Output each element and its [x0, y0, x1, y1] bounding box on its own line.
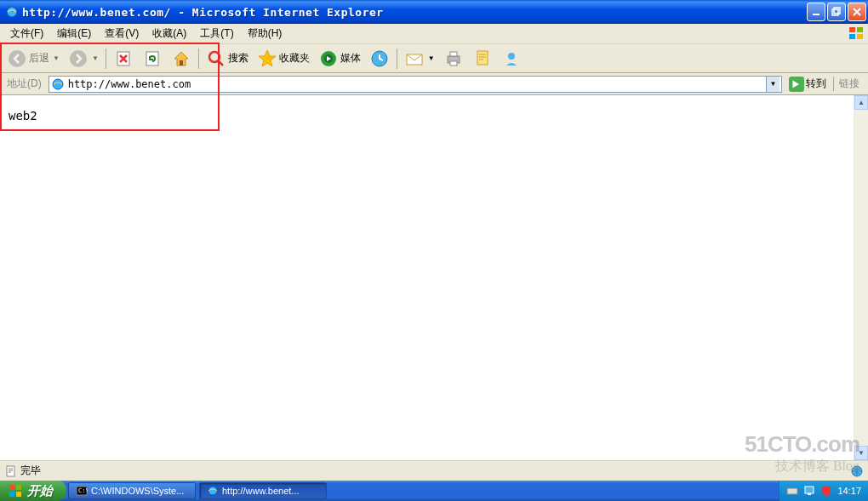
menu-tools[interactable]: 工具(T): [193, 25, 240, 43]
svg-rect-29: [16, 492, 21, 497]
star-icon: [257, 48, 277, 69]
history-icon: [369, 48, 390, 69]
menu-view[interactable]: 查看(V): [98, 25, 146, 43]
go-button[interactable]: 转到: [785, 77, 830, 92]
media-label: 媒体: [340, 51, 361, 65]
search-icon: [206, 48, 226, 69]
minimize-button[interactable]: [807, 3, 825, 21]
print-icon: [443, 48, 464, 69]
svg-rect-4: [849, 27, 855, 32]
svg-rect-12: [180, 60, 183, 65]
vertical-scrollbar[interactable]: ▲ ▼: [854, 95, 868, 460]
ie-small-icon: [51, 77, 65, 91]
tray-security-icon[interactable]: [820, 485, 832, 497]
svg-rect-34: [805, 487, 814, 493]
tray-keyboard-icon[interactable]: [786, 485, 798, 497]
links-label[interactable]: 链接: [833, 77, 865, 91]
svg-rect-6: [849, 34, 855, 39]
svg-point-8: [9, 50, 26, 67]
print-button[interactable]: [440, 47, 467, 71]
maximize-button[interactable]: [827, 3, 846, 21]
svg-rect-7: [857, 34, 863, 39]
address-label: 地址(D): [3, 77, 45, 91]
stop-icon: [113, 48, 134, 69]
start-label: 开始: [27, 483, 53, 499]
svg-rect-21: [477, 51, 488, 65]
svg-rect-28: [9, 492, 14, 497]
svg-rect-24: [7, 466, 14, 476]
menu-help[interactable]: 帮助(H): [241, 25, 289, 43]
go-icon: [789, 77, 804, 92]
start-button[interactable]: 开始: [0, 481, 66, 501]
window-title: http://www.benet.com/ - Microsoft Intern…: [22, 6, 807, 19]
forward-icon: [68, 48, 89, 69]
ie-icon: [5, 5, 19, 19]
tray-time[interactable]: 14:17: [837, 486, 861, 496]
taskbar-item-ie-label: http://www.benet...: [222, 486, 300, 496]
toolbar-separator: [397, 48, 397, 69]
refresh-button[interactable]: [139, 47, 166, 71]
mail-button[interactable]: ▼: [401, 47, 438, 71]
svg-rect-35: [808, 493, 811, 495]
system-tray: 14:17: [779, 481, 868, 501]
close-button[interactable]: [848, 3, 866, 21]
search-button[interactable]: 搜索: [203, 47, 252, 71]
start-flag-icon: [9, 484, 22, 498]
stop-button[interactable]: [110, 47, 137, 71]
tray-display-icon[interactable]: [803, 485, 815, 497]
back-drop-icon: ▼: [53, 54, 60, 62]
messenger-button[interactable]: [498, 47, 525, 71]
forward-button[interactable]: ▼: [65, 47, 102, 71]
favorites-button[interactable]: 收藏夹: [254, 47, 313, 71]
address-input[interactable]: [68, 78, 766, 90]
mail-icon: [404, 48, 425, 69]
status-bar: 完毕: [0, 460, 868, 481]
taskbar: 开始 C:\ C:\WINDOWS\Syste... http://www.be…: [0, 481, 868, 501]
titlebar: http://www.benet.com/ - Microsoft Intern…: [0, 0, 868, 24]
status-text: 完毕: [20, 464, 41, 478]
svg-point-22: [508, 53, 515, 60]
edit-doc-icon: [472, 48, 493, 69]
toolbar-separator: [106, 48, 106, 69]
toolbar-separator: [198, 48, 199, 69]
svg-rect-20: [450, 61, 457, 65]
svg-rect-33: [787, 488, 797, 494]
menu-file[interactable]: 文件(F): [3, 25, 50, 43]
scroll-up-icon[interactable]: ▲: [854, 95, 868, 110]
svg-rect-19: [450, 52, 457, 56]
edit-button[interactable]: [469, 47, 496, 71]
cmd-icon: C:\: [76, 485, 88, 497]
back-label: 后退: [29, 51, 49, 65]
menu-edit[interactable]: 编辑(E): [50, 25, 98, 43]
svg-rect-3: [834, 8, 840, 14]
scroll-down-icon[interactable]: ▼: [854, 446, 868, 460]
media-button[interactable]: 媒体: [315, 47, 364, 71]
window-controls: [807, 3, 866, 21]
home-icon: [171, 48, 191, 69]
address-bar: 地址(D) ▼ 转到 链接: [0, 73, 868, 95]
windows-flag-icon: [848, 26, 865, 41]
content-area: web2 ▲ ▼: [0, 95, 868, 460]
menu-favorites[interactable]: 收藏(A): [146, 25, 193, 43]
back-icon: [7, 48, 27, 69]
search-label: 搜索: [228, 51, 248, 65]
status-right: [851, 465, 863, 477]
forward-drop-icon: ▼: [92, 54, 99, 62]
taskbar-item-ie[interactable]: http://www.benet...: [199, 482, 327, 499]
address-dropdown-icon[interactable]: ▼: [766, 77, 779, 92]
address-input-wrap[interactable]: ▼: [49, 76, 782, 93]
history-button[interactable]: [366, 47, 393, 71]
status-doc-icon: [5, 465, 17, 477]
svg-text:C:\: C:\: [78, 487, 88, 494]
internet-zone-icon: [851, 465, 863, 477]
home-button[interactable]: [168, 47, 195, 71]
taskbar-item-cmd[interactable]: C:\ C:\WINDOWS\Syste...: [68, 482, 196, 499]
back-button[interactable]: 后退 ▼: [3, 47, 63, 71]
svg-rect-27: [16, 485, 21, 490]
messenger-icon: [501, 48, 522, 69]
menubar: 文件(F) 编辑(E) 查看(V) 收藏(A) 工具(T) 帮助(H): [0, 24, 868, 44]
mail-drop-icon: ▼: [428, 54, 435, 62]
go-label: 转到: [806, 77, 826, 91]
refresh-icon: [142, 48, 163, 69]
page-body: web2: [0, 95, 868, 136]
